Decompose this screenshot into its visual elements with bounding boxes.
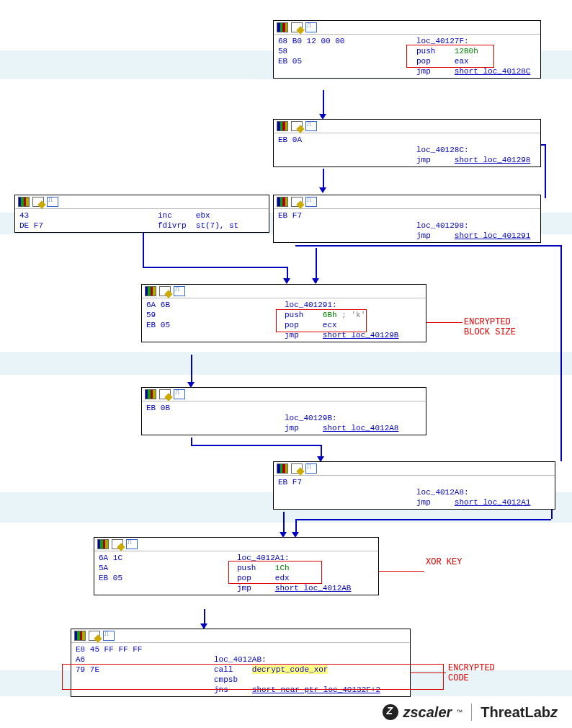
- disasm: loc_4012A8: jmp short loc_4012A1: [412, 476, 535, 509]
- flow-arrow: [295, 519, 551, 520]
- node-titlebar: [15, 195, 269, 209]
- arrow-head: [317, 456, 324, 462]
- graph-icon[interactable]: [103, 631, 115, 641]
- graph-icon[interactable]: [305, 463, 317, 474]
- arrow-head: [283, 278, 290, 284]
- node-body: EB F7 loc_4012A8: jmp short loc_4012A1: [274, 476, 555, 509]
- annotation-line: [425, 322, 462, 323]
- threatlabz-logo: ThreatLabz: [481, 704, 558, 721]
- edit-icon[interactable]: [291, 22, 303, 32]
- node-titlebar: [71, 629, 410, 643]
- trademark: ™: [456, 709, 462, 716]
- arrow-head: [280, 532, 287, 538]
- edit-icon[interactable]: [159, 389, 171, 399]
- disasm: loc_4012AB: call decrypt_code_xor cmpsb …: [210, 643, 385, 696]
- node-body: 68 B0 12 00 00 58 EB 05 loc_40127F: push…: [274, 35, 540, 78]
- node-body: EB 0B loc_40129B: jmp short loc_4012A8: [142, 401, 426, 435]
- node-titlebar: [142, 388, 426, 401]
- disasm: loc_401298: jmp short loc_401291: [412, 209, 535, 242]
- colors-icon[interactable]: [145, 286, 156, 296]
- annotation-encrypted-code: ENCRYPTED CODE: [448, 663, 495, 683]
- arrow-head: [200, 623, 207, 629]
- colors-icon[interactable]: [277, 22, 288, 32]
- colors-icon[interactable]: [277, 121, 288, 131]
- block-inc-ebx[interactable]: 43 DE F7 inc ebx fdivrp st(7), st: [14, 195, 269, 233]
- graph-icon[interactable]: [174, 286, 185, 296]
- arrow-head: [319, 114, 326, 120]
- node-titlebar: [142, 285, 426, 298]
- flow-arrow: [191, 355, 192, 385]
- colors-icon[interactable]: [18, 197, 30, 207]
- flow-edge: [545, 144, 546, 198]
- block-4012AB[interactable]: E8 45 FF FF FF A6 79 7E loc_4012AB: call…: [71, 629, 411, 697]
- hex-bytes: 43 DE F7: [15, 209, 153, 232]
- graph-icon[interactable]: [305, 22, 317, 32]
- edit-icon[interactable]: [291, 121, 303, 131]
- colors-icon[interactable]: [277, 197, 288, 207]
- node-body: E8 45 FF FF FF A6 79 7E loc_4012AB: call…: [71, 643, 410, 696]
- flow-arrow: [191, 438, 192, 445]
- node-body: 43 DE F7 inc ebx fdivrp st(7), st: [15, 209, 269, 232]
- edit-icon[interactable]: [89, 631, 100, 641]
- edit-icon[interactable]: [159, 286, 171, 296]
- hex-bytes: 68 B0 12 00 00 58 EB 05: [274, 35, 412, 78]
- block-4012A8[interactable]: EB F7 loc_4012A8: jmp short loc_4012A1: [273, 461, 555, 510]
- colors-icon[interactable]: [97, 539, 109, 549]
- footer-divider: [471, 703, 472, 721]
- edit-icon[interactable]: [291, 463, 303, 474]
- disasm: loc_40127F: push 12B0h pop eax jmp short…: [412, 35, 535, 78]
- flow-arrow: [143, 231, 144, 267]
- colors-icon[interactable]: [145, 389, 156, 399]
- zscaler-icon: [383, 704, 398, 720]
- block-40127F[interactable]: 68 B0 12 00 00 58 EB 05 loc_40127F: push…: [273, 20, 541, 79]
- brand-text: zscaler: [403, 704, 452, 721]
- graph-icon[interactable]: [305, 121, 317, 131]
- node-body: 6A 1C 5A EB 05 loc_4012A1: push 1Ch pop …: [94, 551, 378, 595]
- colors-icon[interactable]: [277, 463, 288, 474]
- hex-bytes: EB 0A: [274, 133, 412, 167]
- node-body: EB 0A loc_40128C: jmp short loc_401298: [274, 133, 540, 167]
- graph-icon[interactable]: [174, 389, 185, 399]
- flow-arrow: [323, 90, 324, 116]
- node-body: EB F7 loc_401298: jmp short loc_401291: [274, 209, 540, 242]
- disasm: loc_40129B: jmp short loc_4012A8: [280, 401, 403, 435]
- arrow-head: [319, 187, 326, 193]
- node-titlebar: [94, 538, 378, 551]
- flow-arrow: [191, 445, 321, 446]
- arrow-head: [187, 382, 195, 388]
- edit-icon[interactable]: [112, 539, 123, 549]
- arrow-head: [292, 532, 299, 538]
- disasm: loc_4012A1: push 1Ch pop edx jmp short l…: [233, 551, 355, 595]
- flow-edge: [295, 245, 562, 247]
- flow-arrow: [316, 248, 317, 283]
- footer: zscaler™ ThreatLabz: [383, 703, 558, 721]
- block-401291[interactable]: 6A 6B 59 EB 05 loc_401291: push 6Bh ; 'k…: [141, 284, 426, 342]
- block-40128C[interactable]: EB 0A loc_40128C: jmp short loc_401298: [273, 119, 541, 167]
- graph-icon[interactable]: [47, 197, 58, 207]
- disasm: loc_401291: push 6Bh ; 'k' pop ecx jmp s…: [280, 298, 403, 342]
- hex-bytes: EB 0B: [142, 401, 280, 435]
- annotation-line: [408, 672, 446, 673]
- annotation-block-size: ENCRYPTED BLOCK SIZE: [464, 317, 516, 337]
- graph-icon[interactable]: [126, 539, 138, 549]
- hex-bytes: EB F7: [274, 209, 412, 242]
- edit-icon[interactable]: [291, 197, 303, 207]
- flow-arrow: [143, 267, 287, 268]
- bg-stripe: [0, 352, 572, 375]
- colors-icon[interactable]: [74, 631, 86, 641]
- block-401298[interactable]: EB F7 loc_401298: jmp short loc_401291: [273, 195, 541, 243]
- hex-bytes: E8 45 FF FF FF A6 79 7E: [71, 643, 210, 696]
- graph-icon[interactable]: [305, 197, 317, 207]
- node-titlebar: [274, 195, 540, 209]
- node-titlebar: [274, 120, 540, 133]
- block-40129B[interactable]: EB 0B loc_40129B: jmp short loc_4012A8: [141, 387, 426, 435]
- node-titlebar: [274, 21, 540, 35]
- zscaler-logo: zscaler™: [383, 704, 462, 721]
- block-4012A1[interactable]: 6A 1C 5A EB 05 loc_4012A1: push 1Ch pop …: [94, 537, 379, 595]
- hex-bytes: 6A 1C 5A EB 05: [94, 551, 233, 595]
- hex-bytes: 6A 6B 59 EB 05: [142, 298, 280, 342]
- hex-bytes: EB F7: [274, 476, 412, 509]
- annotation-xor-key: XOR KEY: [426, 557, 462, 567]
- disasm: inc ebx fdivrp st(7), st: [153, 209, 243, 232]
- edit-icon[interactable]: [32, 197, 44, 207]
